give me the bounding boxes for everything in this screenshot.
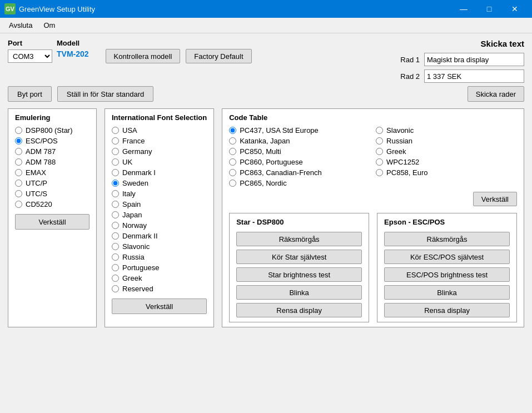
rad1-input[interactable] [424,53,524,66]
skicka-text-title: Skicka text [400,39,524,48]
menu-om[interactable]: Om [39,20,59,31]
window-title: GreenView Setup Utility [19,5,451,13]
model-group: Modell TVM-202 [57,39,89,58]
font-usa[interactable]: USA [112,126,207,135]
font-uk[interactable]: UK [112,158,207,166]
star-brightness-button[interactable]: Star brightness test [236,267,362,282]
code-katanka[interactable]: Katanka, Japan [229,137,370,145]
port-select[interactable]: COM3 COM1 COM2 COM4 [8,49,52,63]
kontrollera-modell-button[interactable]: Kontrollera modell [106,49,181,63]
model-label: Modell [57,39,89,47]
epson-sjalvtest-button[interactable]: Kör ESC/POS självtest [384,250,510,264]
emulering-verkstall-button[interactable]: Verkställ [15,214,90,230]
epson-rensa-button[interactable]: Rensa display [384,303,510,317]
font-selection-title: International Font Selection [112,113,207,122]
rad1-row: Rad 1 [400,53,524,66]
star-rensa-button[interactable]: Rensa display [236,303,362,317]
menu-avsluta[interactable]: Avsluta [4,20,37,31]
code-table-radio-group: PC437, USA Std Europe Slavonic Katanka, … [229,126,517,187]
font-selection-panel: International Font Selection USA France … [105,108,214,327]
code-pc858[interactable]: PC858, Euro [376,168,517,177]
code-wpc1252[interactable]: WPC1252 [376,158,517,166]
skicka-rader-button[interactable]: Skicka rader [468,86,524,102]
font-france[interactable]: France [112,137,207,145]
model-value: TVM-202 [57,49,89,58]
main-content: Port COM3 COM1 COM2 COM4 Modell TVM-202 … [0,33,532,333]
emulering-adm788[interactable]: ADM 788 [15,158,90,166]
code-slavonic[interactable]: Slavonic [376,126,517,135]
font-sweden[interactable]: Sweden [112,179,207,187]
star-blinka-button[interactable]: Blinka [236,285,362,300]
star-title: Star - DSP800 [236,218,362,226]
bottom-panels: Star - DSP800 Räksmörgås Kör Star självt… [229,213,517,322]
epson-panel: Epson - ESC/POS Räksmörgås Kör ESC/POS s… [377,213,517,322]
emulering-adm787[interactable]: ADM 787 [15,147,90,156]
byt-port-button[interactable]: Byt port [8,86,52,102]
emulering-cd5220[interactable]: CD5220 [15,200,90,208]
rad2-input[interactable] [424,69,524,83]
emulering-title: Emulering [15,113,90,122]
code-table-panel: Code Table PC437, USA Std Europe Slavoni… [222,108,524,327]
font-portuguese[interactable]: Portuguese [112,263,207,272]
rad2-row: Rad 2 [400,69,524,83]
code-table-verkstall-button[interactable]: Verkställ [473,192,517,206]
font-norway[interactable]: Norway [112,221,207,230]
emulering-panel: Emulering DSP800 (Star) ESC/POS ADM 787 … [8,108,97,327]
code-russian[interactable]: Russian [376,137,517,145]
factory-default-button[interactable]: Factory Default [186,49,251,63]
font-japan[interactable]: Japan [112,211,207,219]
emulering-dsp800[interactable]: DSP800 (Star) [15,126,90,135]
font-slavonic[interactable]: Slavonic [112,242,207,251]
epson-blinka-button[interactable]: Blinka [384,285,510,300]
rad2-label: Rad 2 [400,72,420,81]
font-radio-group: USA France Germany UK Denmark I Sweden [112,126,207,293]
font-reserved[interactable]: Reserved [112,285,207,293]
app-icon: GV [4,3,16,14]
maximize-button[interactable]: □ [476,0,502,18]
code-pc850[interactable]: PC850, Multi [229,147,370,156]
port-group: Port COM3 COM1 COM2 COM4 [8,39,52,63]
font-verkstall-button[interactable]: Verkställ [112,298,207,314]
emulering-escpos[interactable]: ESC/POS [15,137,90,145]
font-italy[interactable]: Italy [112,190,207,198]
emulering-utcs[interactable]: UTC/S [15,190,90,198]
top-row: Port COM3 COM1 COM2 COM4 Modell TVM-202 … [8,39,524,83]
epson-raksmorgars-button[interactable]: Räksmörgås [384,232,510,246]
close-button[interactable]: ✕ [502,0,528,18]
minimize-button[interactable]: — [451,0,476,18]
stall-in-button[interactable]: Ställ in för Star standard [57,86,153,102]
code-greek[interactable]: Greek [376,147,517,156]
star-raksmorgars-button[interactable]: Räksmörgås [236,232,362,246]
font-denmark1[interactable]: Denmark I [112,168,207,177]
emulering-radio-group: DSP800 (Star) ESC/POS ADM 787 ADM 788 EM… [15,126,90,208]
emulering-utcp[interactable]: UTC/P [15,179,90,187]
three-columns: Emulering DSP800 (Star) ESC/POS ADM 787 … [8,108,524,327]
port-label: Port [8,39,52,47]
emulering-emax[interactable]: EMAX [15,168,90,177]
title-bar: GV GreenView Setup Utility — □ ✕ [0,0,532,18]
code-pc437[interactable]: PC437, USA Std Europe [229,126,370,135]
star-panel: Star - DSP800 Räksmörgås Kör Star självt… [229,213,369,322]
font-greek[interactable]: Greek [112,274,207,282]
code-table-title: Code Table [229,113,517,122]
font-russia[interactable]: Russia [112,253,207,261]
font-spain[interactable]: Spain [112,200,207,208]
font-germany[interactable]: Germany [112,147,207,156]
epson-brightness-button[interactable]: ESC/POS brightness test [384,267,510,282]
window-controls: — □ ✕ [451,0,528,18]
font-denmark2[interactable]: Denmark II [112,232,207,240]
top-buttons: Kontrollera modell Factory Default [106,49,252,63]
second-row: Byt port Ställ in för Star standard Skic… [8,86,524,102]
code-pc865[interactable]: PC865, Nordic [229,179,370,187]
star-sjalvtest-button[interactable]: Kör Star självtest [236,250,362,264]
code-pc860[interactable]: PC860, Portuguese [229,158,370,166]
code-pc863[interactable]: PC863, Canadian-French [229,168,370,177]
rad1-label: Rad 1 [400,56,420,64]
epson-title: Epson - ESC/POS [384,218,510,226]
skicka-text-group: Skicka text Rad 1 Rad 2 [400,39,524,83]
menu-bar: Avsluta Om [0,18,532,33]
